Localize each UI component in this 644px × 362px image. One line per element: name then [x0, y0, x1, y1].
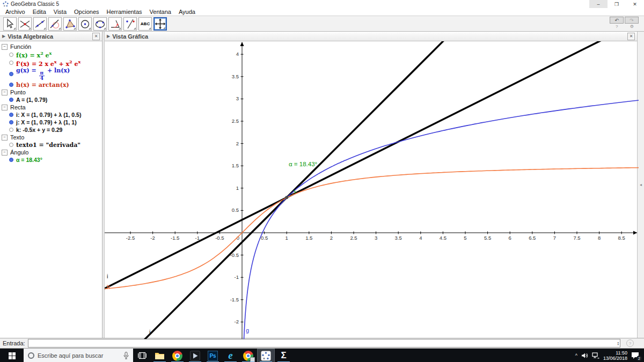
entrada-input[interactable]: ▴▾ — [28, 339, 620, 348]
algebra-item[interactable]: A = (1, 0.79) — [9, 96, 102, 104]
algebra-item[interactable]: f'(x) = 2 x ex + x2 ex — [9, 59, 102, 68]
tree-category-función[interactable]: −Función — [2, 43, 102, 50]
y-tick-label: 4 — [236, 51, 239, 57]
microphone-icon — [123, 352, 129, 359]
tool-move[interactable] — [3, 17, 17, 31]
taskbar-search-input[interactable]: Escribe aquí para buscar — [24, 349, 133, 362]
collapse-minus-icon[interactable]: − — [2, 44, 8, 50]
tool-point[interactable] — [18, 17, 32, 31]
visibility-marker-on[interactable] — [9, 83, 13, 87]
tool-polygon[interactable] — [63, 17, 77, 31]
tool-transform[interactable] — [123, 17, 137, 31]
menu-item-vista[interactable]: Vista — [50, 9, 70, 15]
menu-item-archivo[interactable]: Archivo — [2, 9, 29, 15]
curve-label-h: h — [107, 284, 110, 290]
tool-circle[interactable] — [78, 17, 92, 31]
redo-button[interactable]: ↷ — [625, 17, 639, 24]
taskbar-icon-chrome[interactable] — [169, 349, 186, 362]
taskbar-icon-internet-explorer[interactable]: e — [222, 349, 239, 362]
algebra-item[interactable]: h(x) = arctan(x) — [9, 81, 102, 88]
visibility-marker-on[interactable] — [9, 113, 13, 117]
x-tick-label: 7 — [553, 235, 556, 241]
object-definition: i: X = (1, 0.79) + λ (1, 0.5) — [16, 112, 81, 118]
input-history-spinner-icon[interactable]: ▴▾ — [617, 341, 619, 345]
algebra-item[interactable]: j: X = (1, 0.79) + λ (1, 1) — [9, 119, 102, 126]
visibility-marker-off[interactable] — [9, 143, 13, 147]
tree-category-ángulo[interactable]: −Ángulo — [2, 149, 102, 156]
visibility-marker-on[interactable] — [9, 120, 13, 124]
tree-category-punto[interactable]: −Punto — [2, 88, 102, 96]
x-tick-label: 5 — [464, 235, 466, 241]
category-label: Función — [10, 43, 31, 50]
taskbar-icon-file-explorer[interactable] — [151, 349, 169, 362]
menu-item-opciones[interactable]: Opciones — [70, 9, 103, 15]
x-tick-label: -2 — [150, 235, 155, 241]
menu-item-herramientas[interactable]: Herramientas — [103, 9, 146, 15]
visibility-marker-off[interactable] — [9, 53, 13, 57]
collapse-minus-icon[interactable]: − — [2, 135, 8, 141]
algebra-item[interactable]: texto1 = "derivada" — [9, 141, 102, 149]
menu-item-ventana[interactable]: Ventana — [146, 9, 175, 15]
visibility-marker-off[interactable] — [9, 61, 13, 65]
tray-chevron-icon[interactable]: ^ — [575, 353, 577, 358]
taskbar-icon-chrome-profile[interactable] — [239, 349, 257, 362]
visibility-marker-on[interactable] — [9, 98, 13, 102]
start-button[interactable] — [0, 349, 24, 362]
visibility-marker-on[interactable] — [9, 72, 13, 76]
function-plot[interactable]: -2.5-2-1.5-1-0.50.511.522.533.544.555.56… — [105, 41, 639, 339]
minimize-button[interactable]: – — [589, 0, 608, 8]
visibility-marker-off[interactable] — [9, 128, 13, 132]
taskbar-clock[interactable]: 11:50 13/06/2018 — [603, 350, 627, 361]
taskbar-icon-geogebra[interactable] — [257, 349, 275, 362]
x-tick-label: 0.5 — [261, 235, 268, 241]
y-tick-label: 1 — [236, 185, 239, 191]
menu-item-ayuda[interactable]: Ayuda — [175, 9, 199, 15]
taskbar-icon-photoshop[interactable]: Ps — [204, 349, 222, 362]
collapse-minus-icon[interactable]: − — [2, 90, 8, 95]
menu-item-edita[interactable]: Edita — [29, 9, 50, 15]
tool-conic[interactable] — [93, 17, 107, 31]
x-tick-label: 2 — [330, 235, 333, 241]
network-icon[interactable] — [592, 352, 599, 359]
curve-label-g: g — [246, 327, 249, 334]
algebra-item[interactable]: f(x) = x2 ex — [9, 50, 102, 59]
undo-button[interactable]: ↶ — [610, 17, 624, 24]
graphics-canvas[interactable]: -2.5-2-1.5-1-0.50.511.522.533.544.555.56… — [105, 41, 637, 338]
tree-category-recta[interactable]: −Recta — [2, 104, 102, 111]
algebra-item[interactable]: α = 18.43° — [9, 156, 102, 164]
collapse-arrow-icon[interactable]: ◂ — [640, 182, 642, 187]
object-definition: A = (1, 0.79) — [16, 97, 47, 103]
algebra-object-tree: −Funciónf(x) = x2 exf'(x) = 2 x ex + x2 … — [0, 41, 102, 338]
x-tick-label: -1 — [195, 235, 200, 241]
algebra-header-chevron-icon[interactable]: ▶ — [2, 34, 5, 39]
graphics-header-chevron-icon[interactable]: ▶ — [107, 34, 110, 39]
settings-gear-icon[interactable]: ⚙ — [630, 24, 634, 29]
close-button[interactable]: ✕ — [626, 0, 644, 8]
action-center-icon[interactable]: 2 — [631, 352, 640, 359]
tool-line[interactable] — [33, 17, 47, 31]
tool-special-line[interactable] — [48, 17, 62, 31]
x-tick-label: 4.5 — [440, 235, 447, 241]
restore-button[interactable]: ❐ — [608, 0, 626, 8]
input-help-icon[interactable]: ? — [626, 339, 634, 347]
taskbar-icon-task-view[interactable] — [133, 349, 151, 362]
algebra-item[interactable]: i: X = (1, 0.79) + λ (1, 0.5) — [9, 111, 102, 119]
tool-text-abc[interactable]: ABC — [138, 17, 152, 31]
help-icon[interactable]: ? — [616, 24, 618, 29]
tree-category-texto[interactable]: −Texto — [2, 134, 102, 141]
collapse-minus-icon[interactable]: − — [2, 150, 8, 156]
object-definition: f(x) = x2 ex — [16, 50, 52, 59]
algebra-item[interactable]: k: -0.5x + y = 0.29 — [9, 126, 102, 134]
taskbar-icon-sigma[interactable]: Σ — [275, 349, 292, 362]
curve-label-i: i — [107, 273, 108, 279]
visibility-marker-on[interactable] — [9, 158, 13, 162]
graphics-close-icon[interactable]: ✕ — [627, 33, 635, 40]
tool-move-graphics-view[interactable] — [153, 17, 167, 31]
speaker-icon[interactable] — [581, 352, 588, 359]
algebra-close-icon[interactable]: ✕ — [92, 33, 100, 40]
algebra-item[interactable]: g(x) = π4 + ln(x) — [9, 67, 102, 81]
taskbar-icon-movies-tv[interactable] — [186, 349, 204, 362]
collapse-minus-icon[interactable]: − — [2, 105, 8, 110]
x-tick-label: -0.5 — [215, 235, 224, 241]
tool-angle[interactable] — [108, 17, 122, 31]
